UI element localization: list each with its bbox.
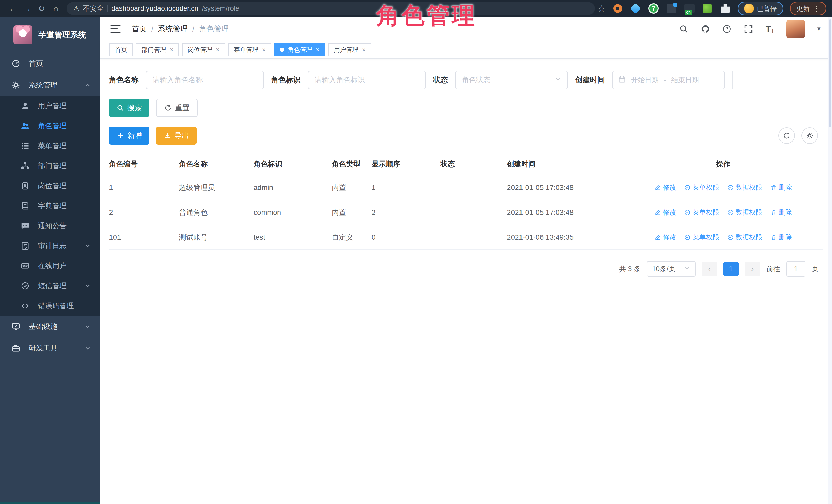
column-settings-icon[interactable] [802,127,818,144]
sidebar-item-devtools[interactable]: 研发工具 [0,337,100,359]
sidebar-item-label: 岗位管理 [38,181,67,191]
update-button[interactable]: 更新 ⋮ [790,2,826,16]
address-bar[interactable]: ⚠ 不安全 dashboard.yudao.iocoder.cn/system/… [67,2,595,15]
edit-link[interactable]: 修改 [654,233,676,242]
extension-green-badge-icon[interactable]: 7 [648,3,659,14]
delete-link[interactable]: 删除 [770,183,792,192]
sidebar-item-dict-mgmt[interactable]: 字典管理 [0,196,100,216]
next-page-button[interactable]: › [745,262,760,276]
fullscreen-icon[interactable] [743,24,754,34]
page-size-select[interactable]: 10条/页 [647,261,696,276]
close-icon[interactable]: × [316,47,319,53]
logo-avatar [13,25,32,44]
data-perm-link[interactable]: 数据权限 [727,208,762,217]
data-perm-link[interactable]: 数据权限 [727,233,762,242]
sidebar-item-menu-mgmt[interactable]: 菜单管理 [0,136,100,156]
sidebar-item-post-mgmt[interactable]: 岗位管理 [0,176,100,196]
sidebar-item-role-mgmt[interactable]: 角色管理 [0,116,100,136]
delete-link[interactable]: 删除 [770,233,792,242]
github-icon[interactable] [700,24,710,34]
total-count: 共 3 条 [619,264,641,273]
pagination: 共 3 条 10条/页 ‹ 1 › 前往 页 [109,261,823,276]
profile-paused-pill[interactable]: 已暂停 [738,2,783,16]
tab-menu-mgmt[interactable]: 菜单管理× [228,43,271,56]
calendar-icon [618,75,626,85]
chevron-down-icon [84,282,91,289]
sidebar-item-errcode-mgmt[interactable]: 错误码管理 [0,296,100,316]
search-button[interactable]: 搜索 [109,99,150,117]
tab-user-mgmt[interactable]: 用户管理× [328,43,371,56]
sidebar-item-label: 研发工具 [29,343,57,353]
date-range-picker[interactable]: 开始日期 - 结束日期 [612,71,725,89]
hamburger-icon[interactable] [110,25,121,32]
goto-page-input[interactable] [786,261,805,276]
extension-grid-icon[interactable] [666,3,677,14]
breadcrumb-system[interactable]: 系统管理 [158,24,188,34]
col-actions: 操作 [627,159,823,169]
cell-role-name: 普通角色 [179,208,254,217]
sidebar-item-user-mgmt[interactable]: 用户管理 [0,96,100,116]
export-button[interactable]: 导出 [156,127,197,144]
sidebar-item-notice[interactable]: 通知公告 [0,216,100,236]
edit-link[interactable]: 修改 [654,183,676,192]
close-icon[interactable]: × [262,47,266,53]
prev-page-button[interactable]: ‹ [702,262,717,276]
edit-link[interactable]: 修改 [654,208,676,217]
extension-gem-icon[interactable] [630,3,641,14]
bookmark-star-icon[interactable]: ☆ [598,3,605,14]
close-icon[interactable]: × [170,47,173,53]
refresh-icon[interactable] [778,127,795,144]
avatar-caret-icon[interactable]: ▼ [816,26,822,32]
sidebar-item-online-users[interactable]: 在线用户 [0,256,100,276]
delete-link[interactable]: 删除 [770,208,792,217]
browser-home-icon[interactable]: ⌂ [49,4,63,13]
app-title: 芋道管理系统 [38,29,86,40]
data-perm-link[interactable]: 数据权限 [727,183,762,192]
sidebar-item-home[interactable]: 首页 [0,53,100,74]
extension-adblock-icon[interactable] [612,3,623,14]
close-icon[interactable]: × [362,47,366,53]
toolbox-icon [11,343,21,353]
font-size-icon[interactable]: TT [765,24,775,34]
page-1-button[interactable]: 1 [723,262,739,276]
role-key-input[interactable] [308,71,426,89]
cell-role-key: common [254,208,332,217]
reset-button[interactable]: 重置 [156,99,198,117]
search-icon[interactable] [679,24,689,34]
sidebar-submenu-system: 用户管理 角色管理 菜单管理 部门管理 岗位管理 字典管理 [0,96,100,316]
add-button[interactable]: 新增 [109,127,150,144]
sidebar-item-system[interactable]: 系统管理 [0,74,100,96]
page-scrollbar[interactable] [828,17,832,504]
menu-perm-link[interactable]: 菜单权限 [684,208,720,217]
tab-home[interactable]: 首页 [109,43,133,56]
chrome-menu-dots-icon[interactable]: ⋮ [813,4,820,13]
sidebar-item-sms-mgmt[interactable]: 短信管理 [0,276,100,296]
help-icon[interactable] [722,24,732,34]
message-icon [20,221,30,231]
not-secure-label: 不安全 [83,4,104,13]
close-icon[interactable]: × [216,47,219,53]
browser-back-icon[interactable]: ← [6,4,20,13]
sidebar-item-audit-log[interactable]: 审计日志 [0,236,100,256]
extensions-puzzle-icon[interactable] [720,3,731,14]
check-circle-icon [20,281,30,291]
menu-perm-link[interactable]: 菜单权限 [684,183,720,192]
sidebar-item-infra[interactable]: 基础设施 [0,316,100,337]
sidebar-item-label: 错误码管理 [38,301,74,311]
role-name-input[interactable] [146,71,264,89]
tab-post-mgmt[interactable]: 岗位管理× [182,43,225,56]
browser-reload-icon[interactable]: ↻ [34,4,49,13]
table-toolbar: 新增 导出 [109,127,823,144]
status-select[interactable]: 角色状态 [455,71,568,89]
extension-green-app-icon[interactable] [702,3,713,14]
sidebar-logo[interactable]: 芋道管理系统 [0,17,100,53]
tab-dept-mgmt[interactable]: 部门管理× [136,43,179,56]
tab-role-mgmt[interactable]: 角色管理× [274,43,325,56]
breadcrumb-home[interactable]: 首页 [132,24,147,34]
gear-icon [11,80,21,90]
menu-perm-link[interactable]: 菜单权限 [684,233,720,242]
extension-switch-on-icon[interactable] [684,3,695,14]
user-avatar[interactable] [786,20,805,38]
browser-forward-icon[interactable]: → [20,4,34,13]
sidebar-item-dept-mgmt[interactable]: 部门管理 [0,156,100,176]
